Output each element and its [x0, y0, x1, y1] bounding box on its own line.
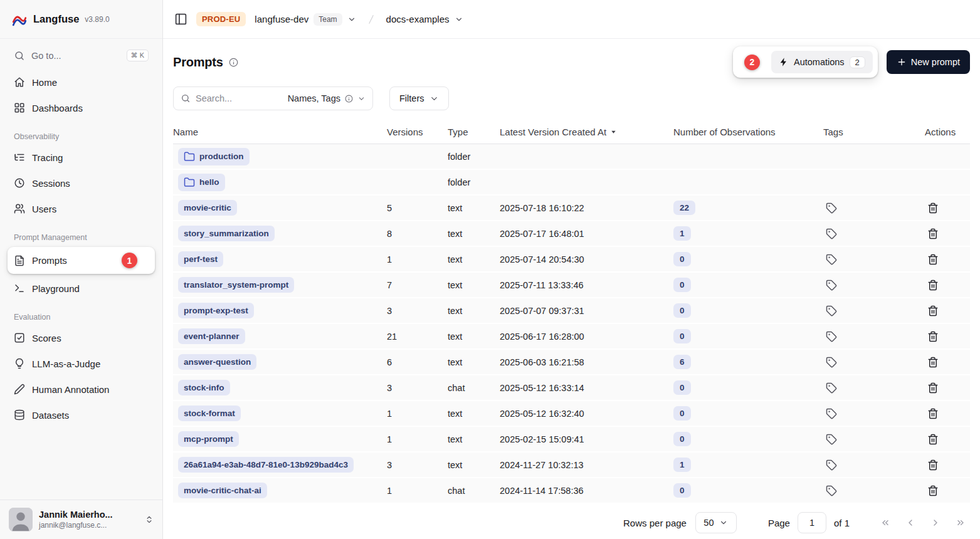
sidebar-nav: Go to... ⌘ K Home Dashboards Observabili… [0, 39, 162, 500]
filters-button[interactable]: Filters [389, 86, 449, 110]
observations-badge: 0 [673, 303, 691, 318]
delete-button[interactable] [925, 303, 941, 319]
tags-button[interactable] [823, 457, 840, 473]
sidebar-item-tracing[interactable]: Tracing [8, 146, 155, 169]
prompt-name-badge[interactable]: mcp-prompt [178, 431, 239, 447]
tags-button[interactable] [823, 328, 840, 345]
column-header-observations[interactable]: Number of Observations [673, 127, 823, 137]
sidebar-item-dashboards[interactable]: Dashboards [8, 97, 155, 119]
delete-button[interactable] [925, 483, 941, 499]
delete-button[interactable] [925, 380, 941, 396]
prompt-name-badge[interactable]: prompt-exp-test [178, 303, 254, 318]
prompt-name-badge[interactable]: story_summarization [178, 226, 275, 241]
sidebar-item-human-annotation[interactable]: Human Annotation [8, 378, 155, 400]
column-header-type[interactable]: Type [448, 127, 500, 137]
table-row[interactable]: movie-critic-chat-ai 1 chat 2024-11-14 1… [173, 478, 970, 504]
sidebar-item-sessions[interactable]: Sessions [8, 172, 155, 194]
sidebar-item-datasets[interactable]: Datasets [8, 404, 155, 426]
sidebar-item-label: Dashboards [32, 103, 83, 113]
table-row[interactable]: movie-critic 5 text 2025-07-18 16:10:22 … [173, 196, 970, 221]
chevron-down-icon [455, 15, 463, 24]
prompt-name-badge[interactable]: movie-critic-chat-ai [178, 483, 267, 498]
delete-button[interactable] [925, 328, 941, 345]
prompt-name-badge[interactable]: translator_system-prompt [178, 277, 294, 293]
search-input[interactable] [196, 93, 283, 103]
sidebar-item-llm-as-a-judge[interactable]: LLM-as-a-Judge [8, 352, 155, 375]
user-menu[interactable]: Jannik Maierho... jannik@langfuse.c... [0, 500, 162, 539]
table-row[interactable]: 26a61a94-e3ab-48d7-81e0-13b929bad4c3 3 t… [173, 453, 970, 478]
delete-button[interactable] [925, 431, 941, 447]
tags-button[interactable] [823, 251, 840, 268]
table-row[interactable]: perf-test 1 text 2025-07-14 20:54:30 0 [173, 247, 970, 273]
delete-button[interactable] [925, 226, 941, 242]
table-row[interactable]: hello folder [173, 170, 970, 196]
table-row[interactable]: production folder [173, 144, 970, 170]
next-page-button[interactable] [926, 513, 945, 532]
prompt-name-badge[interactable]: 26a61a94-e3ab-48d7-81e0-13b929bad4c3 [178, 457, 354, 473]
table-row[interactable]: story_summarization 8 text 2025-07-17 16… [173, 221, 970, 247]
folder-icon [184, 151, 195, 162]
rows-per-page-select[interactable]: 50 [695, 512, 737, 533]
page-number-input[interactable] [798, 512, 826, 533]
sidebar-item-prompts[interactable]: Prompts 1 [8, 247, 155, 274]
org-breadcrumb[interactable]: langfuse-dev Team [255, 13, 356, 26]
table-row[interactable]: answer-question 6 text 2025-06-03 16:21:… [173, 350, 970, 375]
tags-button[interactable] [823, 483, 840, 499]
sidebar-section-observability: Observability [8, 122, 155, 146]
search-scope-select[interactable]: Names, Tags [288, 93, 366, 103]
column-header-created-at[interactable]: Latest Version Created At [500, 127, 673, 137]
previous-page-button[interactable] [901, 513, 920, 532]
tags-button[interactable] [823, 406, 840, 422]
prompt-name-badge[interactable]: hello [178, 174, 225, 191]
trash-icon [927, 228, 939, 239]
tags-button[interactable] [823, 354, 840, 370]
table-row[interactable]: translator_system-prompt 7 text 2025-07-… [173, 273, 970, 298]
sidebar-item-playground[interactable]: Playground [8, 277, 155, 300]
tags-button[interactable] [823, 200, 840, 216]
delete-button[interactable] [925, 251, 941, 268]
chevrons-up-down-icon [145, 515, 154, 524]
delete-button[interactable] [925, 354, 941, 370]
sidebar-toggle-button[interactable] [174, 13, 187, 26]
tags-button[interactable] [823, 380, 840, 396]
cell-type: folder [448, 152, 500, 162]
sidebar-item-home[interactable]: Home [8, 71, 155, 93]
project-breadcrumb[interactable]: docs-examples [386, 14, 463, 24]
new-prompt-button[interactable]: New prompt [887, 50, 970, 74]
prompts-table-body: production folder hello folder [173, 144, 970, 504]
sidebar-item-scores[interactable]: Scores [8, 327, 155, 349]
table-row[interactable]: stock-format 1 text 2025-05-12 16:32:40 … [173, 401, 970, 427]
table-row[interactable]: mcp-prompt 1 text 2025-02-15 15:09:41 0 [173, 427, 970, 453]
prompt-name-badge[interactable]: production [178, 148, 250, 165]
delete-button[interactable] [925, 406, 941, 422]
table-row[interactable]: stock-info 3 chat 2025-05-12 16:33:14 0 [173, 375, 970, 401]
delete-button[interactable] [925, 200, 941, 216]
first-page-button[interactable] [876, 513, 895, 532]
prompt-name-badge[interactable]: perf-test [178, 251, 223, 267]
goto-search-button[interactable]: Go to... ⌘ K [8, 44, 155, 67]
last-page-button[interactable] [951, 513, 970, 532]
cell-versions: 3 [387, 460, 448, 470]
table-row[interactable]: prompt-exp-test 3 text 2025-07-07 09:37:… [173, 298, 970, 324]
cell-type: text [448, 460, 500, 470]
prompt-name-badge[interactable]: movie-critic [178, 200, 237, 216]
sidebar-item-users[interactable]: Users [8, 197, 155, 220]
automations-button[interactable]: Automations 2 [771, 51, 873, 73]
delete-button[interactable] [925, 277, 941, 293]
column-header-versions[interactable]: Versions [387, 127, 448, 137]
cell-type: text [448, 203, 500, 213]
column-header-name[interactable]: Name [173, 127, 387, 137]
tags-button[interactable] [823, 226, 840, 242]
prompt-name-badge[interactable]: answer-question [178, 354, 256, 370]
cell-type: text [448, 306, 500, 316]
tags-button[interactable] [823, 303, 840, 319]
table-row[interactable]: event-planner 21 text 2025-06-17 16:28:0… [173, 324, 970, 350]
prompt-name-badge[interactable]: stock-info [178, 380, 230, 395]
delete-button[interactable] [925, 457, 941, 473]
info-icon[interactable] [229, 58, 238, 67]
tags-button[interactable] [823, 431, 840, 447]
prompt-name-badge[interactable]: event-planner [178, 328, 245, 344]
prompt-name-badge[interactable]: stock-format [178, 406, 241, 421]
tags-button[interactable] [823, 277, 840, 293]
cell-created-at: 2025-05-12 16:32:40 [500, 409, 673, 419]
